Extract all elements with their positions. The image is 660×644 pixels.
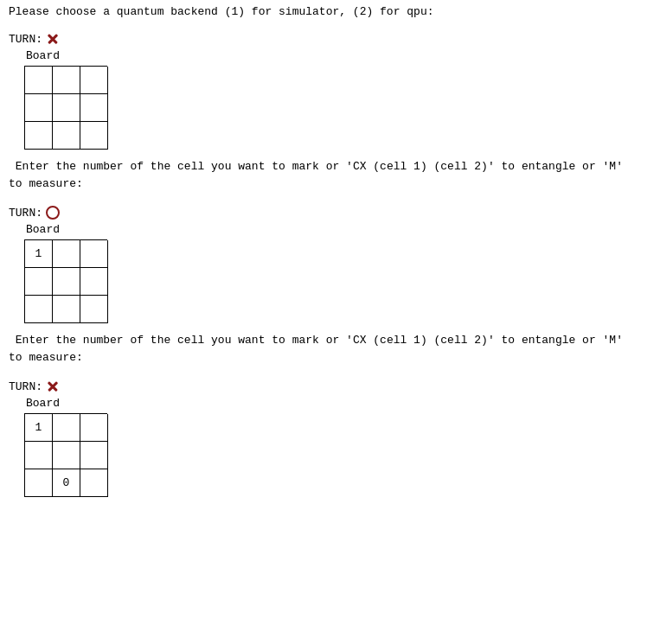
cell-1-2[interactable] [53,67,80,94]
turn-label-3: TURN: [9,379,651,393]
cell-1-8[interactable] [53,122,80,150]
turn-section-1: TURN: Board Enter the number of the cell… [9,32,651,192]
cell-3-9[interactable] [80,469,108,497]
board-2[interactable]: 1 [24,239,107,323]
prompt-text: Please choose a quantum backend (1) for … [9,5,651,18]
x-icon-1 [46,32,60,46]
cell-1-6[interactable] [80,94,108,122]
cell-1-9[interactable] [80,122,108,150]
cell-3-1[interactable]: 1 [25,414,53,442]
board-label-3: Board [26,397,651,410]
turn-text-3: TURN: [9,380,42,393]
cell-2-4[interactable] [25,268,53,296]
turn-label-2: TURN: [9,206,651,220]
cell-2-7[interactable] [25,296,53,323]
cell-1-7[interactable] [25,122,53,150]
cell-3-6[interactable] [80,442,108,469]
board-label-1: Board [26,49,651,62]
turn-section-2: TURN: Board 1 Enter the number of the ce… [9,206,651,366]
turn-text-1: TURN: [9,33,42,46]
cell-2-1[interactable]: 1 [25,240,53,268]
cell-3-2[interactable] [53,414,80,442]
turn-text-2: TURN: [9,207,42,220]
cell-2-5[interactable] [53,268,80,296]
o-icon-2 [46,206,60,220]
cell-1-5[interactable] [53,94,80,122]
board-1[interactable] [24,66,107,150]
cell-1-1[interactable] [25,67,53,94]
cell-1-3[interactable] [80,67,108,94]
cell-2-6[interactable] [80,268,108,296]
cell-3-5[interactable] [53,442,80,469]
instruction-1: Enter the number of the cell you want to… [9,158,651,192]
cell-3-4[interactable] [25,442,53,469]
cell-1-4[interactable] [25,94,53,122]
cell-2-2[interactable] [53,240,80,268]
cell-3-8[interactable]: 0 [53,469,80,497]
cell-3-7[interactable] [25,469,53,497]
turn-section-3: TURN: Board 1 0 [9,379,651,497]
instruction-2: Enter the number of the cell you want to… [9,332,651,366]
cell-3-3[interactable] [80,414,108,442]
turn-label-1: TURN: [9,32,651,46]
cell-2-3[interactable] [80,240,108,268]
cell-2-9[interactable] [80,296,108,323]
board-3[interactable]: 1 0 [24,413,107,497]
cell-2-8[interactable] [53,296,80,323]
board-label-2: Board [26,223,651,236]
x-icon-3 [46,379,60,393]
